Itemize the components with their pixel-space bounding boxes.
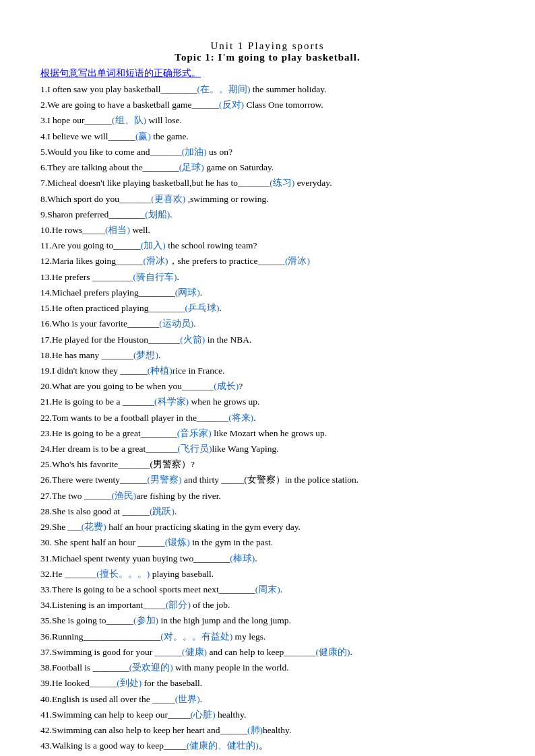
exercise-line: 4.I believe we will______(赢) the game. [40,129,495,144]
exercise-line: 17.He played for the Houston_______(火箭) … [40,332,495,347]
instruction: 根据句意写出单词和短语的正确形式。 [40,67,495,79]
exercise-line: 13.He prefers _________(骑自行车). [40,269,495,285]
exercise-line: 19.I didn't know they ______(种植)rice in … [40,363,495,378]
exercise-line: 39.He looked______(到处) for the baseball. [40,675,495,691]
exercise-line: 25.Who's his favorite_______(男警察）? [40,456,495,472]
exercise-line: 44.That jacket_____(适合) well. [40,753,495,756]
exercise-line: 43.Walking is a good way to keep_____(健康… [40,738,495,753]
exercise-line: 22.Tom wants to be a football player in … [40,410,495,425]
exercise-lines: 1.I often saw you play basketball_______… [40,81,495,756]
exercise-line: 41.Swimming can help to keep our_____(心脏… [40,707,495,722]
exercise-line: 32.He _______(擅长。。。) playing baseball. [40,566,495,582]
exercise-line: 21.He is going to be a _______(科学家) when… [40,394,495,409]
topic-title: Topic 1: I'm going to play basketball. [40,52,495,63]
exercise-line: 3.I hope our______(组、队) will lose. [40,112,495,128]
exercise-line: 33.There is going to be a school sports … [40,582,495,597]
exercise-line: 28.She is also good at ______(跳跃). [40,504,495,519]
exercise-line: 6.They are talking about the________(足球)… [40,160,495,175]
exercise-line: 1.I often saw you play basketball_______… [40,81,495,97]
exercise-line: 20.What are you going to be when you____… [40,378,495,394]
exercise-line: 15.He often practiced playing________(乒乓… [40,300,495,316]
exercise-line: 40.English is used all over the _____(世界… [40,691,495,707]
exercise-line: 24.Her dream is to be a great_______(飞行员… [40,441,495,456]
exercise-line: 2.We are going to have a basketball game… [40,97,495,112]
exercise-line: 9.Sharon preferred________(划船). [40,207,495,222]
exercise-line: 7.Micheal doesn't like playing basketbal… [40,175,495,191]
exercise-line: 35.She is going to______(参加) in the high… [40,613,495,628]
exercise-line: 5.Would you like to come and_______(加油) … [40,144,495,160]
exercise-line: 16.Who is your favorite_______(运动员). [40,316,495,331]
exercise-line: 26.There were twenty______(男警察) and thir… [40,472,495,487]
exercise-line: 10.He rows_____(相当) well. [40,222,495,238]
unit-title: Unit 1 Playing sports [40,40,495,52]
exercise-line: 31.Michael spent twenty yuan buying two_… [40,551,495,566]
exercise-line: 34.Listening is an important_____(部分) of… [40,597,495,613]
exercise-line: 37.Swimming is good for your ______(健康) … [40,644,495,660]
exercise-line: 12.Maria likes going______(滑冰)，she prefe… [40,253,495,269]
exercise-line: 18.He has many _______(梦想). [40,347,495,363]
exercise-line: 30. She spent half an hour ______(锻炼) in… [40,535,495,550]
exercise-line: 8.Which sport do you_______(更喜欢) ,swimmi… [40,191,495,207]
exercise-line: 42.Swimming can also help to keep her he… [40,722,495,738]
exercise-line: 27.The two ______(渔民)are fishing by the … [40,488,495,504]
exercise-line: 29.She ___(花费) half an hour practicing s… [40,519,495,535]
exercise-line: 11.Are you going to______(加入) the school… [40,238,495,253]
exercise-line: 14.Michael prefers playing________(网球). [40,285,495,300]
exercise-line: 36.Running_________________(对。。。有益处) my … [40,629,495,644]
exercise-line: 38.Football is ________(受欢迎的) with many … [40,660,495,675]
exercise-line: 23.He is going to be a great________(音乐家… [40,425,495,441]
